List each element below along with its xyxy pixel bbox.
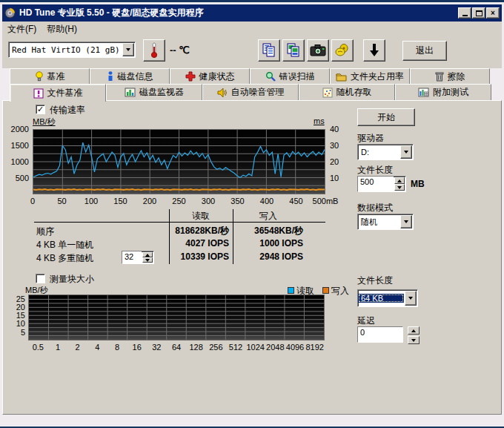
- copy-image-icon: [286, 43, 301, 58]
- legend-read-swatch: [288, 287, 294, 294]
- temperature-button[interactable]: [143, 39, 165, 62]
- tab-aam[interactable]: 自动噪音管理: [202, 84, 299, 101]
- down-arrow-icon: [368, 42, 381, 59]
- scatter-dots-icon: [322, 88, 333, 98]
- up-arrow-icon: [145, 254, 150, 257]
- minimize-to-tray-button[interactable]: [363, 39, 385, 62]
- copy-text-icon: [262, 43, 276, 58]
- chart1-left-ticks: 200015001000500: [3, 129, 30, 194]
- down-arrow-icon: [411, 339, 416, 342]
- hdtune-window: HD Tune 专业版 5.50 - 硬盘/固态硬盘实用程序 × 文件(F) 帮…: [0, 0, 504, 428]
- hand-coins-icon: [334, 43, 351, 58]
- extra-tests-icon: [418, 88, 429, 97]
- block-size-chart-svg: [29, 295, 324, 340]
- info-icon: [107, 71, 114, 82]
- file-benchmark-icon: [33, 88, 44, 99]
- block-file-length-label: 文件长度: [357, 274, 393, 287]
- file-length-up-button[interactable]: [394, 177, 405, 184]
- tab-error-scan-label: 错误扫描: [279, 70, 315, 83]
- tab-random-access-label: 随机存取: [336, 86, 372, 99]
- tab-file-benchmark[interactable]: 文件基准: [10, 84, 106, 102]
- file-benchmark-panel: ✓ 传输速率 MB/秒 ms 200015001000500 40302010 …: [2, 100, 502, 415]
- menu-file[interactable]: 文件(F): [2, 22, 42, 37]
- chart2-x-ticks: 0.512481632641282565121024204840968192: [28, 343, 325, 353]
- tab-erase[interactable]: 擦除: [410, 68, 490, 85]
- file-length-down-button[interactable]: [394, 184, 405, 191]
- transfer-rate-label: 传输速率: [50, 104, 85, 116]
- block-size-checkbox[interactable]: [36, 274, 45, 283]
- drive-select-dropdown-button[interactable]: [122, 43, 134, 56]
- chevron-down-icon: [404, 220, 408, 223]
- table-row-write: 36548KB/秒: [229, 225, 303, 237]
- copy-screenshot-button[interactable]: [282, 39, 305, 62]
- tab-erase-label: 擦除: [448, 70, 465, 83]
- lightbulb-icon: [35, 71, 44, 82]
- delay-label: 延迟: [357, 315, 375, 327]
- table-row-read: 4027 IOPS: [164, 238, 229, 248]
- maximize-button[interactable]: [472, 7, 485, 19]
- table-row-label: 4 KB 多重随机: [36, 252, 93, 265]
- menu-help[interactable]: 帮助(H): [42, 22, 82, 37]
- file-length-value: 500: [358, 177, 394, 191]
- tab-disk-monitor-label: 磁盘监视器: [139, 86, 184, 99]
- transfer-rate-checkbox[interactable]: ✓: [36, 105, 45, 114]
- camera-icon: [310, 44, 326, 57]
- queue-depth-down-button[interactable]: [142, 257, 153, 263]
- tab-disk-monitor[interactable]: 磁盘监视器: [106, 84, 202, 101]
- block-file-length-dropdown-button[interactable]: [405, 291, 417, 306]
- titlebar: HD Tune 专业版 5.50 - 硬盘/固态硬盘实用程序 ×: [2, 4, 502, 22]
- file-length-label: 文件长度: [357, 164, 393, 177]
- up-arrow-icon: [397, 180, 402, 182]
- maximize-icon: [476, 10, 483, 16]
- up-arrow-icon: [411, 329, 416, 332]
- table-write-header: 写入: [234, 210, 302, 223]
- block-size-chart: [28, 294, 325, 340]
- tab-folder-usage[interactable]: 文件夹占用率: [330, 68, 410, 85]
- start-button[interactable]: 开始: [357, 108, 415, 126]
- close-icon: ×: [491, 9, 495, 17]
- health-cross-icon: [185, 71, 196, 82]
- file-length-unit: MB: [411, 179, 425, 189]
- chevron-down-icon: [404, 151, 408, 154]
- tab-extra-tests[interactable]: 附加测试: [395, 84, 491, 101]
- block-size-label: 测量块大小: [50, 273, 94, 286]
- tab-aam-label: 自动噪音管理: [231, 86, 285, 99]
- table-read-header: 读取: [170, 210, 232, 223]
- exit-button[interactable]: 退出: [402, 41, 447, 61]
- tab-health[interactable]: 健康状态: [170, 68, 250, 85]
- block-file-length-combobox[interactable]: 64 KB: [357, 289, 418, 307]
- chart1-right-axis-title: ms: [314, 116, 325, 125]
- queue-depth-spinner[interactable]: 32: [122, 251, 154, 264]
- delay-up-button[interactable]: [408, 326, 420, 335]
- menubar: 文件(F) 帮助(H): [2, 22, 502, 36]
- magnifier-icon: [265, 71, 276, 82]
- tab-benchmark[interactable]: 基准: [10, 68, 90, 85]
- tab-random-access[interactable]: 随机存取: [299, 84, 395, 101]
- down-arrow-icon: [397, 186, 402, 189]
- transfer-rate-chart-svg: [33, 130, 325, 194]
- temperature-value: -- ℃: [170, 45, 190, 56]
- tab-disk-info[interactable]: 磁盘信息: [90, 68, 170, 85]
- block-file-length-value: 64 KB: [358, 294, 404, 303]
- save-screenshot-button[interactable]: [307, 39, 329, 62]
- toolbar: Red Hat VirtIO (21 gB) -- ℃: [2, 36, 502, 68]
- tab-error-scan[interactable]: 错误扫描: [250, 68, 330, 85]
- data-mode-combobox[interactable]: 随机: [357, 214, 414, 230]
- data-mode-dropdown-button[interactable]: [400, 215, 412, 228]
- file-length-spinner[interactable]: 500: [357, 176, 406, 192]
- queue-depth-up-button[interactable]: [142, 252, 153, 257]
- drive-combobox[interactable]: D:: [357, 144, 414, 160]
- tab-file-benchmark-label: 文件基准: [47, 87, 83, 99]
- delay-input[interactable]: 0: [357, 326, 403, 343]
- drive-combobox-dropdown-button[interactable]: [400, 145, 412, 159]
- delay-down-button[interactable]: [408, 336, 420, 344]
- close-button[interactable]: ×: [486, 7, 500, 19]
- copy-text-button[interactable]: [258, 39, 280, 62]
- table-row-write: 2948 IOPS: [229, 251, 303, 262]
- drive-select-combobox[interactable]: Red Hat VirtIO (21 gB): [8, 42, 136, 58]
- down-arrow-icon: [145, 259, 150, 262]
- options-button[interactable]: [331, 39, 354, 62]
- table-row-write: 1000 IOPS: [229, 238, 303, 248]
- tab-benchmark-label: 基准: [47, 70, 65, 83]
- minimize-button[interactable]: [458, 7, 471, 19]
